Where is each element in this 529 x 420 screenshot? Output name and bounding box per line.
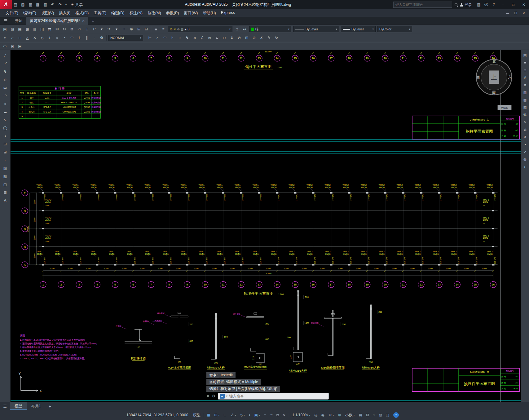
snap-mode-toggle[interactable]: ⊞▾ <box>212 412 221 418</box>
snap-extension-icon[interactable]: / <box>46 34 53 41</box>
lineweight-toggle[interactable]: ≡ <box>262 412 268 418</box>
snap-tangent-icon[interactable]: ◠ <box>68 34 76 41</box>
search-input[interactable] <box>395 3 450 7</box>
dim-aligned-icon[interactable]: ∕ <box>154 34 161 41</box>
mtext-tool-icon[interactable]: A <box>2 197 9 204</box>
ellipse-arc-tool-icon[interactable]: ◖ <box>2 132 9 140</box>
redo-list-caret-icon[interactable]: ▾ <box>113 26 120 33</box>
drawing-viewport[interactable]: 1500001234567891011121314151617181920212… <box>11 50 521 402</box>
command-input[interactable] <box>229 394 327 398</box>
tab-current-drawing[interactable]: 黄冈某24米跨钢结构厂房图纸* ✕ <box>26 17 88 25</box>
dim-jogged-icon[interactable]: ↯ <box>183 34 191 41</box>
autodesk-account-icon[interactable]: Ⓐ <box>483 1 490 8</box>
qnew-icon[interactable]: ▤ <box>1 26 9 33</box>
command-customize-icon[interactable]: ⚙ <box>212 394 215 398</box>
isometric-drafting-toggle[interactable]: ◇▾ <box>238 412 247 418</box>
count-palette-icon[interactable]: # <box>522 74 528 81</box>
snap-parallel-icon[interactable]: ∥ <box>83 34 90 41</box>
publish-icon[interactable]: ⬒ <box>46 26 53 33</box>
quick-access-caret-icon[interactable]: ▾ <box>64 3 68 6</box>
snap-intersection-icon[interactable]: ✕ <box>31 34 38 41</box>
new-tab-button[interactable]: + <box>88 17 97 25</box>
hardware-acceleration-toggle[interactable]: ◍ <box>377 412 384 418</box>
etransmit-icon[interactable]: ✉ <box>53 26 61 33</box>
menu-modify[interactable]: 修改(M) <box>145 10 164 17</box>
menu-help[interactable]: 帮助(H) <box>200 10 218 17</box>
snap-apparent-icon[interactable]: ◇ <box>38 34 46 41</box>
layout-tab-layout1[interactable]: 布局1 <box>27 402 46 410</box>
point-tool-icon[interactable]: · <box>2 157 9 164</box>
plot-icon[interactable]: ▥ <box>31 26 38 33</box>
undo-list-caret-icon[interactable]: ▾ <box>98 26 105 33</box>
properties-palette-icon[interactable]: ▤ <box>522 52 528 59</box>
snap-temporary-point-icon[interactable]: ⌖ <box>1 34 9 41</box>
annotation-visibility-toggle[interactable]: ◎ <box>312 412 319 418</box>
plot-style-dropdown[interactable]: ByColor ▾ <box>377 26 412 32</box>
dim-break-icon[interactable]: ⊘ <box>236 34 243 41</box>
save-icon[interactable]: ▦ <box>16 26 24 33</box>
object-snap-toggle[interactable]: ▣▾ <box>253 412 262 418</box>
dim-space-icon[interactable]: ⇕ <box>228 34 236 41</box>
set-current-layer-icon[interactable]: ↥ <box>233 26 241 33</box>
center-mark-icon[interactable]: ⊕ <box>250 34 258 41</box>
maximize-button[interactable]: □ <box>508 0 518 9</box>
polygon-tool-icon[interactable]: ◇ <box>2 76 9 83</box>
tab-close-icon[interactable]: ✕ <box>82 19 85 23</box>
open-icon[interactable]: ▨ <box>9 26 16 33</box>
undo-icon[interactable]: ↶ <box>90 26 98 33</box>
dim-angular-icon[interactable]: ∠ <box>198 34 206 41</box>
autoscale-toggle[interactable]: ◉ <box>319 412 326 418</box>
snap-midpoint-icon[interactable]: △ <box>24 34 31 41</box>
gradient-tool-icon[interactable]: ▧ <box>2 173 9 180</box>
snap-center-icon[interactable]: ○ <box>53 34 61 41</box>
line-tool-icon[interactable]: ∕ <box>2 52 9 59</box>
dim-baseline-icon[interactable]: ≌ <box>213 34 221 41</box>
performance-icon[interactable]: ◐ <box>522 163 528 170</box>
blocks-palette-icon[interactable]: ⊞ <box>522 67 528 73</box>
match-properties-icon[interactable]: ⌶ <box>83 26 90 33</box>
tab-start[interactable]: 开始 <box>11 17 26 25</box>
menu-edit[interactable]: 编辑(E) <box>21 10 39 17</box>
object-snap-tracking-toggle[interactable]: ⌖ <box>247 412 253 418</box>
command-close-icon[interactable]: ✕ <box>206 394 209 398</box>
snap-perpendicular-icon[interactable]: ⊥ <box>76 34 83 41</box>
units-button[interactable]: 小数▾ <box>343 412 357 419</box>
search-box[interactable] <box>393 2 452 8</box>
dim-ordinate-icon[interactable]: ⊦ <box>169 34 176 41</box>
menu-dimension[interactable]: 标注(N) <box>127 10 145 17</box>
search-icon[interactable] <box>455 3 457 6</box>
cut-icon[interactable]: ✂ <box>61 26 68 33</box>
redo-icon[interactable]: ↷ <box>56 1 64 8</box>
dim-oblique-icon[interactable]: ∡ <box>258 34 265 41</box>
autocad-logo-icon[interactable]: A <box>0 0 12 9</box>
polyline-tool-icon[interactable]: ↯ <box>2 68 9 75</box>
sign-in-button[interactable]: 登录 <box>460 2 472 7</box>
share-view-icon[interactable]: ↗ <box>522 148 528 155</box>
snap-from-icon[interactable]: ⌐ <box>9 34 16 41</box>
drawing-canvas[interactable]: 1500001234567891011121314151617181920212… <box>11 50 521 402</box>
close-button[interactable]: ✕ <box>518 0 529 9</box>
linetype-dropdown[interactable]: ByLayer ▾ <box>293 26 339 32</box>
lock-ui-toggle[interactable]: ⊠ <box>364 412 371 418</box>
dim-continue-icon[interactable]: ↦ <box>221 34 228 41</box>
edit-spline-icon[interactable]: ◉ <box>9 43 16 50</box>
insert-block-tool-icon[interactable]: ⊡ <box>2 140 9 148</box>
render-icon[interactable]: ◍ <box>522 156 528 163</box>
undo-icon[interactable]: ↶ <box>49 1 56 8</box>
layer-palette-icon[interactable]: ≣ <box>522 59 528 66</box>
menu-format[interactable]: 格式(O) <box>73 10 91 17</box>
zoom-previous-icon[interactable]: ⊟ <box>143 26 150 33</box>
dim-linear-icon[interactable]: ⊢ <box>146 34 154 41</box>
save-as-icon[interactable]: ▩ <box>34 1 42 8</box>
assistant-icon[interactable]: ? <box>393 412 399 418</box>
redo-icon[interactable]: ↷ <box>105 26 113 33</box>
history-icon[interactable]: ↺ <box>522 134 528 140</box>
grid-display-toggle[interactable]: ▦ <box>205 412 212 418</box>
paste-icon[interactable]: ▱ <box>76 26 83 33</box>
layer-properties-icon[interactable]: ≣ <box>152 26 160 33</box>
qnew-icon[interactable]: ▤ <box>12 1 19 8</box>
doc-close-icon[interactable]: ✕ <box>520 11 528 15</box>
dim-arc-length-icon[interactable]: ◠ <box>161 34 169 41</box>
compare-icon[interactable]: ⇄ <box>522 126 528 133</box>
text-style-dropdown[interactable]: NORMAL ▾ <box>108 35 143 41</box>
